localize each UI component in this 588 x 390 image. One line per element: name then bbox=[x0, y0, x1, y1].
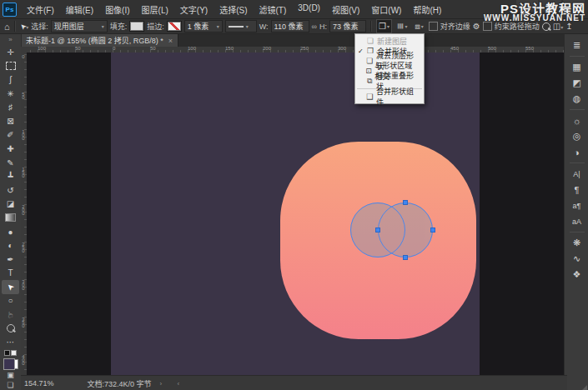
properties-icon[interactable]: ≣ bbox=[568, 38, 586, 53]
type-tool[interactable]: T bbox=[2, 267, 19, 281]
layers-icon[interactable]: ❖ bbox=[568, 267, 586, 282]
crop-tool-icon: ♯ bbox=[8, 102, 13, 112]
link-dimensions-icon[interactable]: ∞ bbox=[312, 22, 317, 31]
marquee-tool-icon bbox=[6, 62, 16, 70]
stroke-width-value: 1 像素 bbox=[188, 21, 209, 32]
path-alignment-button[interactable]: ≣▾ bbox=[395, 19, 410, 33]
zoom-tool[interactable] bbox=[2, 322, 19, 336]
move-tool[interactable]: ✛ bbox=[2, 45, 19, 59]
gear-icon[interactable]: ⚙ bbox=[473, 22, 480, 31]
height-value: 73 像素 bbox=[333, 21, 359, 32]
right-ellipse-path[interactable] bbox=[378, 202, 433, 258]
menu-item[interactable]: 图层(L) bbox=[137, 2, 173, 18]
blur-tool[interactable]: ● bbox=[2, 225, 19, 239]
width-field[interactable]: 110 像素 bbox=[271, 20, 309, 32]
pen-tool[interactable]: ✒ bbox=[2, 252, 19, 267]
menu-item[interactable]: 选择(S) bbox=[214, 2, 252, 18]
menu-item-merge-shape-components[interactable]: ❑ 合并形状组件 bbox=[355, 92, 424, 102]
dodge-tool[interactable]: ◐ bbox=[2, 238, 19, 252]
lasso-tool[interactable]: ʃ bbox=[2, 72, 19, 87]
home-icon[interactable]: ⌂ bbox=[4, 22, 10, 32]
magic-wand-tool[interactable]: ✳ bbox=[2, 87, 19, 101]
gradient-tool[interactable] bbox=[2, 211, 19, 225]
path-operations-button[interactable]: ❐▾ bbox=[376, 19, 392, 33]
adjustments-icon[interactable]: ◑ bbox=[568, 144, 586, 160]
share-icon[interactable]: ↥ bbox=[565, 22, 572, 31]
paths-icon[interactable]: ∿ bbox=[568, 251, 586, 267]
fill-label: 填充: bbox=[110, 21, 128, 32]
resize-grip[interactable] bbox=[580, 385, 587, 390]
zoom-level-field[interactable]: 154.71% bbox=[24, 379, 54, 388]
ruler-label: 550 bbox=[525, 46, 534, 51]
crop-tool[interactable]: ♯ bbox=[2, 100, 19, 114]
marquee-tool[interactable] bbox=[2, 59, 19, 73]
constrain-path-checkbox[interactable] bbox=[483, 22, 492, 31]
toolbar-collapse-icon[interactable]: » bbox=[8, 34, 12, 45]
menu-item[interactable]: 滤镜(T) bbox=[254, 2, 292, 18]
menu-item[interactable]: 文件(F) bbox=[22, 2, 59, 18]
menu-item-exclude-overlap[interactable]: ⧉排除重叠形状 bbox=[355, 76, 424, 86]
menu-item[interactable]: 3D(D) bbox=[293, 2, 325, 18]
menu-item[interactable]: 图像(I) bbox=[100, 2, 134, 18]
toolbar-ellipsis[interactable]: ⋯ bbox=[2, 335, 19, 349]
learn-icon[interactable]: ☼ bbox=[568, 112, 586, 128]
paragraph-icon[interactable]: ¶ bbox=[568, 182, 586, 198]
stroke-swatch[interactable] bbox=[167, 21, 182, 32]
color-icon[interactable]: ❋ bbox=[568, 235, 586, 251]
swatches-icon[interactable]: ▦ bbox=[568, 59, 586, 75]
select-mode-dropdown[interactable]: 现用图层▾ bbox=[51, 20, 108, 32]
maximize-button[interactable]: □ bbox=[540, 0, 561, 12]
screen-mode-button[interactable]: ❏ bbox=[2, 380, 19, 390]
menu-item[interactable]: 窗口(W) bbox=[366, 2, 406, 18]
glyphs-icon[interactable]: a¶ bbox=[568, 198, 586, 213]
clone-stamp-tool[interactable]: ┻ bbox=[2, 169, 19, 183]
patterns-icon[interactable]: ◍ bbox=[568, 91, 586, 107]
search-icon[interactable] bbox=[542, 22, 550, 31]
path-selection-tool[interactable]: ➤ bbox=[2, 280, 19, 294]
healing-brush-tool[interactable]: ✚ bbox=[2, 142, 19, 156]
eyedropper-tool[interactable]: ✐ bbox=[2, 128, 19, 142]
height-field[interactable]: 73 像素 bbox=[329, 20, 366, 32]
tab-close-icon[interactable]: × bbox=[168, 37, 173, 45]
default-colors-icon[interactable] bbox=[4, 350, 17, 356]
height-label: H: bbox=[319, 22, 327, 31]
character-styles-icon[interactable]: aA bbox=[568, 213, 586, 229]
panel-divider bbox=[570, 109, 585, 110]
document-tab[interactable]: 未标题-1 @ 155% (椭圆 2 拷贝, RGB/8) * × bbox=[21, 34, 178, 47]
stroke-width-dropdown[interactable]: 1 像素▾ bbox=[184, 20, 223, 32]
constrain-path-label: 约束路径拖动 bbox=[495, 21, 540, 32]
current-tool-icon[interactable]: ➤▾ bbox=[20, 22, 29, 31]
stroke-style-dropdown[interactable]: ▾ bbox=[225, 20, 257, 32]
menu-item[interactable]: 帮助(H) bbox=[408, 2, 446, 18]
width-label: W: bbox=[259, 22, 269, 31]
fill-swatch[interactable] bbox=[129, 21, 144, 32]
close-button[interactable]: × bbox=[563, 0, 585, 12]
anchor-point-top[interactable] bbox=[403, 200, 408, 205]
path-alignment-icon: ≣ bbox=[396, 22, 405, 29]
anchor-point-left[interactable] bbox=[375, 228, 380, 232]
status-flyout-chevrons[interactable]: › ‹ bbox=[160, 380, 187, 388]
frame-tool[interactable]: ⊠ bbox=[2, 114, 19, 128]
ruler-label: 150 bbox=[225, 46, 234, 51]
gradients-icon[interactable]: ◩ bbox=[568, 75, 586, 91]
libraries-icon[interactable]: ◎ bbox=[568, 128, 586, 144]
path-arrangement-button[interactable]: ⧈▾ bbox=[412, 19, 425, 33]
menu-item[interactable]: 编辑(E) bbox=[61, 2, 98, 18]
character-icon[interactable]: A| bbox=[568, 166, 586, 182]
eraser-tool[interactable]: ◪ bbox=[2, 198, 19, 212]
select-label: 选择: bbox=[31, 21, 48, 32]
history-brush-tool[interactable]: ↺ bbox=[2, 183, 19, 198]
hand-tool[interactable]: ☞ bbox=[2, 308, 19, 322]
workspace-switcher[interactable]: ◫▾ bbox=[553, 22, 563, 31]
anchor-point-right[interactable] bbox=[430, 228, 435, 232]
foreground-color-swatch[interactable] bbox=[3, 358, 15, 370]
align-edges-checkbox[interactable] bbox=[429, 22, 438, 31]
ellipse-shape-tool[interactable]: ○ bbox=[2, 294, 19, 308]
menu-item[interactable]: 视图(V) bbox=[327, 2, 364, 18]
minimize-button[interactable]: – bbox=[516, 0, 538, 12]
canvas-area[interactable] bbox=[27, 52, 564, 375]
menu-item[interactable]: 文字(Y) bbox=[175, 2, 213, 18]
brush-tool[interactable]: ✎ bbox=[2, 156, 19, 170]
quick-mask-button[interactable]: ▣ bbox=[2, 370, 19, 380]
anchor-point-bottom[interactable] bbox=[403, 255, 408, 260]
